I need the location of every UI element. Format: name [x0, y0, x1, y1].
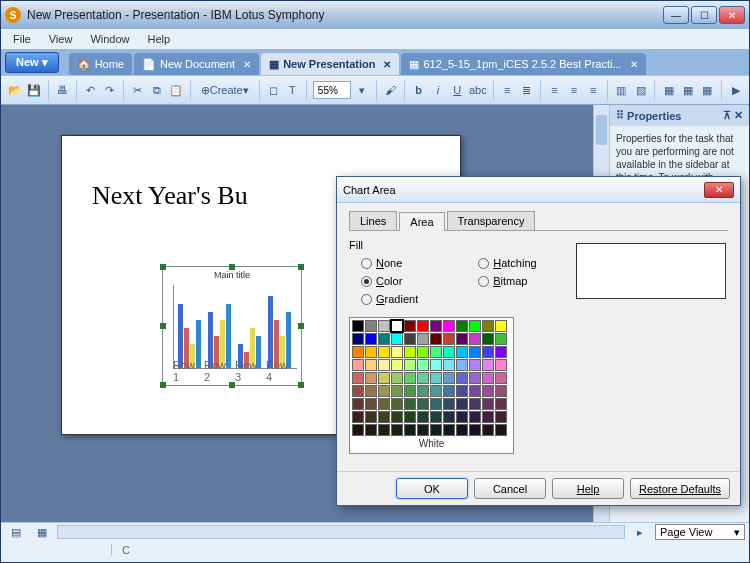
align-center-icon[interactable]: ≡ [566, 79, 581, 101]
outline-view-icon[interactable]: ▤ [5, 521, 27, 543]
color-swatch[interactable] [469, 372, 481, 384]
color-swatch[interactable] [456, 346, 468, 358]
paste-icon[interactable]: 📋 [169, 79, 184, 101]
color-swatch[interactable] [352, 372, 364, 384]
color-swatch[interactable] [443, 320, 455, 332]
fill-color-icon[interactable]: ▧ [633, 79, 648, 101]
color-swatch[interactable] [495, 372, 507, 384]
color-swatch[interactable] [495, 320, 507, 332]
color-swatch[interactable] [417, 411, 429, 423]
color-swatch[interactable] [378, 320, 390, 332]
color-swatch[interactable] [365, 424, 377, 436]
panel-drag-icon[interactable]: ⠿ [616, 109, 624, 122]
color-swatch[interactable] [352, 320, 364, 332]
color-swatch[interactable] [495, 398, 507, 410]
color-swatch[interactable] [469, 359, 481, 371]
tab-new-document[interactable]: 📄New Document✕ [134, 53, 259, 75]
color-swatch[interactable] [430, 398, 442, 410]
color-swatch[interactable] [482, 424, 494, 436]
color-swatch[interactable] [443, 346, 455, 358]
color-swatch[interactable] [417, 359, 429, 371]
color-swatch[interactable] [365, 359, 377, 371]
chevron-down-icon[interactable]: ▾ [355, 79, 370, 101]
underline-icon[interactable]: U [450, 79, 465, 101]
dialog-close-button[interactable]: ✕ [704, 182, 734, 198]
color-swatch[interactable] [482, 385, 494, 397]
color-swatch[interactable] [378, 385, 390, 397]
color-swatch[interactable] [469, 398, 481, 410]
print-icon[interactable]: 🖶 [54, 79, 69, 101]
tab-new-presentation[interactable]: ▦New Presentation✕ [261, 53, 399, 75]
tab-home[interactable]: 🏠Home [69, 53, 132, 75]
zoom-field[interactable]: 55% [313, 81, 351, 99]
color-swatch[interactable] [482, 359, 494, 371]
color-swatch[interactable] [456, 320, 468, 332]
radio-hatching[interactable]: Hatching [478, 257, 536, 269]
undo-icon[interactable]: ↶ [82, 79, 97, 101]
color-swatch[interactable] [456, 372, 468, 384]
dialog-titlebar[interactable]: Chart Area ✕ [337, 177, 740, 203]
minimize-button[interactable]: — [663, 6, 689, 24]
radio-bitmap[interactable]: Bitmap [478, 275, 536, 287]
radio-gradient[interactable]: Gradient [361, 293, 418, 305]
color-swatch[interactable] [456, 424, 468, 436]
color-swatch[interactable] [469, 346, 481, 358]
chart-icon[interactable]: ▥ [614, 79, 629, 101]
color-swatch[interactable] [495, 385, 507, 397]
color-swatch[interactable] [482, 320, 494, 332]
table-icon[interactable]: ▦ [661, 79, 676, 101]
bullets-icon[interactable]: ≡ [499, 79, 514, 101]
copy-icon[interactable]: ⧉ [149, 79, 164, 101]
tab-best-practices[interactable]: ▦612_5-15_1pm_iCES 2.5.2 Best Practi...✕ [401, 53, 645, 75]
color-swatch[interactable] [443, 359, 455, 371]
color-swatch[interactable] [404, 372, 416, 384]
color-swatch[interactable] [404, 385, 416, 397]
color-swatch[interactable] [404, 333, 416, 345]
color-swatch[interactable] [469, 333, 481, 345]
color-swatch[interactable] [482, 398, 494, 410]
tab-close-icon[interactable]: ✕ [243, 59, 251, 70]
color-swatch[interactable] [378, 398, 390, 410]
color-swatch[interactable] [430, 359, 442, 371]
color-swatch[interactable] [352, 411, 364, 423]
color-swatch[interactable] [469, 385, 481, 397]
color-swatch[interactable] [378, 346, 390, 358]
tab-transparency[interactable]: Transparency [447, 211, 536, 230]
open-icon[interactable]: 📂 [7, 79, 22, 101]
save-icon[interactable]: 💾 [26, 79, 41, 101]
color-swatch[interactable] [404, 359, 416, 371]
horizontal-scrollbar[interactable] [57, 525, 625, 539]
color-swatch[interactable] [430, 320, 442, 332]
color-swatch[interactable] [430, 424, 442, 436]
ok-button[interactable]: OK [396, 478, 468, 499]
color-swatch[interactable] [443, 398, 455, 410]
color-swatch[interactable] [456, 333, 468, 345]
color-swatch[interactable] [391, 320, 403, 332]
color-swatch[interactable] [391, 385, 403, 397]
color-swatch[interactable] [430, 372, 442, 384]
color-swatch[interactable] [495, 411, 507, 423]
color-swatch[interactable] [391, 359, 403, 371]
color-swatch[interactable] [352, 398, 364, 410]
color-swatch[interactable] [404, 320, 416, 332]
color-swatch[interactable] [482, 411, 494, 423]
color-swatch[interactable] [456, 398, 468, 410]
play-slideshow-icon[interactable]: ▶ [728, 79, 743, 101]
menu-file[interactable]: File [5, 31, 39, 47]
color-swatch[interactable] [391, 346, 403, 358]
color-swatch[interactable] [391, 411, 403, 423]
color-swatch[interactable] [456, 411, 468, 423]
text-icon[interactable]: T [285, 79, 300, 101]
cut-icon[interactable]: ✂ [130, 79, 145, 101]
color-swatch[interactable] [417, 346, 429, 358]
color-swatch[interactable] [430, 385, 442, 397]
color-swatch[interactable] [430, 333, 442, 345]
menu-help[interactable]: Help [140, 31, 179, 47]
menu-window[interactable]: Window [82, 31, 137, 47]
color-swatch[interactable] [417, 372, 429, 384]
color-swatch[interactable] [352, 359, 364, 371]
redo-icon[interactable]: ↷ [102, 79, 117, 101]
color-swatch[interactable] [378, 359, 390, 371]
numbering-icon[interactable]: ≣ [519, 79, 534, 101]
close-button[interactable]: ✕ [719, 6, 745, 24]
